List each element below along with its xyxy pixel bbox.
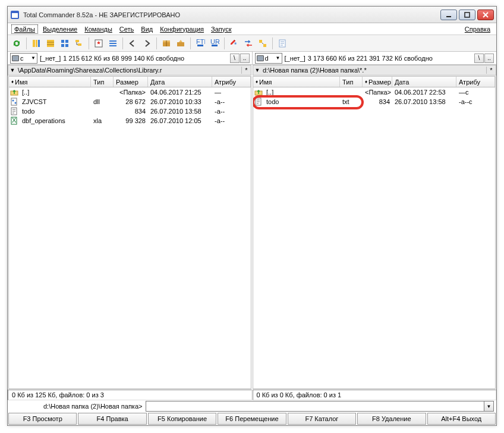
f4-edit-button[interactable]: F4 Правка — [78, 413, 146, 425]
f6-move-button[interactable]: F6 Перемещение — [218, 413, 286, 425]
folder-up-icon — [10, 88, 18, 96]
unpack-icon[interactable] — [174, 37, 187, 50]
left-root-button[interactable]: \ — [230, 54, 240, 63]
col-name[interactable]: ♦Имя — [253, 77, 340, 87]
col-date[interactable]: Дата — [148, 77, 212, 87]
right-favorites-icon[interactable]: * — [486, 67, 496, 74]
menu-net[interactable]: Сеть — [117, 25, 136, 33]
command-prompt: d:\Новая папка (2)\Новая папка> — [8, 403, 146, 410]
command-history-dropdown[interactable]: ▼ — [484, 401, 494, 412]
file-row[interactable]: todo 834 26.07.2010 13:58 -a-- — [9, 106, 251, 116]
view-brief-icon[interactable] — [30, 37, 43, 50]
parent-dir-row[interactable]: [..] <Папка> 04.06.2017 22:53 —c — [253, 87, 495, 97]
svg-rect-16 — [65, 44, 68, 47]
svg-text:URL: URL — [210, 39, 219, 45]
status-row: 0 Кб из 125 Кб, файлов: 0 из 3 0 Кб из 0… — [8, 390, 496, 400]
menu-config[interactable]: Конфигурация — [158, 25, 206, 33]
menu-view[interactable]: Вид — [138, 25, 155, 33]
f8-delete-button[interactable]: F8 Удаление — [357, 413, 426, 425]
right-drive-combo[interactable]: d▼ — [255, 53, 282, 64]
f7-mkdir-button[interactable]: F7 Каталог — [288, 413, 356, 425]
multi-rename-icon[interactable]: * — [228, 37, 241, 50]
svg-rect-20 — [109, 40, 116, 42]
notepad-icon[interactable] — [276, 37, 289, 50]
view-full-icon[interactable] — [44, 37, 57, 50]
right-file-list[interactable]: [..] <Папка> 04.06.2017 22:53 —c todo tx… — [253, 87, 495, 388]
f5-copy-button[interactable]: F5 Копирование — [148, 413, 216, 425]
svg-rect-10 — [47, 40, 54, 47]
view-thumbs-icon[interactable] — [58, 37, 71, 50]
left-free-space: 1 215 612 Кб из 68 999 140 Кб свободно — [63, 55, 184, 62]
right-path[interactable]: ▼ d:\Новая папка (2)\Новая папка\*.* * — [253, 65, 496, 76]
file-row[interactable]: X dbf_operations xla 99 328 26.07.2010 1… — [9, 116, 251, 125]
svg-rect-32 — [259, 40, 262, 43]
col-attr[interactable]: Атрибу — [212, 77, 251, 87]
svg-rect-15 — [61, 44, 64, 47]
col-ext[interactable]: Тип — [340, 77, 363, 87]
left-panel: ♦Имя Тип Размер Дата Атрибу [..] <Папка>… — [8, 76, 251, 389]
col-size[interactable]: Размер — [114, 77, 148, 87]
menubar: Файлы Выделение Команды Сеть Вид Конфигу… — [8, 23, 496, 35]
toolbar: FTP URL * — [8, 35, 496, 52]
menu-commands[interactable]: Команды — [82, 25, 115, 33]
disk-icon — [12, 55, 19, 61]
url-icon[interactable]: URL — [208, 37, 221, 50]
left-file-list[interactable]: [..] <Папка> 04.06.2017 21:25 — ZJVCST d… — [9, 87, 251, 388]
svg-rect-28 — [197, 45, 203, 46]
parent-dir-row[interactable]: [..] <Папка> 04.06.2017 21:25 — — [9, 87, 251, 97]
f3-view-button[interactable]: F3 Просмотр — [8, 413, 77, 425]
forward-icon[interactable] — [140, 37, 153, 50]
col-name[interactable]: ♦Имя — [9, 77, 91, 87]
command-input[interactable] — [146, 401, 484, 412]
right-column-header: ♦Имя Тип ♦Размер Дата Атрибу — [253, 77, 495, 87]
right-root-button[interactable]: \ — [474, 54, 484, 63]
history-dropdown-icon[interactable]: ▼ — [253, 67, 262, 73]
menu-files[interactable]: Файлы — [11, 24, 38, 34]
right-panel: ♦Имя Тип ♦Размер Дата Атрибу [..] <Папка… — [253, 76, 496, 389]
select-all-icon[interactable] — [106, 37, 119, 50]
search-icon[interactable] — [256, 37, 269, 50]
history-dropdown-icon[interactable]: ▼ — [8, 67, 17, 73]
pack-icon[interactable] — [160, 37, 173, 50]
right-up-button[interactable]: .. — [484, 54, 494, 63]
col-date[interactable]: Дата — [392, 77, 456, 87]
close-button[interactable] — [477, 10, 494, 20]
col-attr[interactable]: Атрибу — [456, 77, 495, 87]
right-drive-letter: d — [265, 55, 269, 62]
left-up-button[interactable]: .. — [240, 54, 250, 63]
right-status: 0 Кб из 0 Кб, файлов: 0 из 1 — [253, 390, 497, 400]
col-ext[interactable]: Тип — [91, 77, 114, 87]
sync-dirs-icon[interactable] — [242, 37, 255, 50]
view-tree-icon[interactable] — [73, 37, 86, 50]
menu-start[interactable]: Запуск — [209, 25, 234, 33]
menu-selection[interactable]: Выделение — [40, 25, 80, 33]
svg-rect-2 — [12, 12, 18, 13]
left-status: 0 Кб из 125 Кб, файлов: 0 из 3 — [8, 390, 252, 400]
menu-help[interactable]: Справка — [462, 25, 493, 33]
left-favorites-icon[interactable]: * — [241, 67, 251, 74]
left-drive-section: c▼ [_нет_] 1 215 612 Кб из 68 999 140 Кб… — [8, 52, 252, 64]
ftp-icon[interactable]: FTP — [194, 37, 207, 50]
svg-text:FTP: FTP — [196, 39, 205, 45]
txt-file-icon — [254, 98, 263, 106]
svg-rect-4 — [465, 12, 470, 17]
left-drive-combo[interactable]: c▼ — [10, 53, 37, 64]
left-none-label: [_нет_] — [40, 55, 61, 62]
minimize-button[interactable] — [440, 10, 457, 20]
right-path-text: d:\Новая папка (2)\Новая папка\*.* — [262, 67, 486, 74]
svg-rect-18 — [78, 43, 81, 46]
xla-file-icon: X — [10, 117, 18, 125]
path-bar: ▼ \AppData\Roaming\Shareaza\Collections\… — [8, 65, 496, 76]
svg-point-41 — [12, 100, 14, 102]
app-icon — [10, 10, 20, 20]
svg-point-42 — [15, 102, 17, 104]
invert-selection-icon[interactable] — [92, 37, 105, 50]
refresh-icon[interactable] — [10, 37, 23, 50]
altf4-exit-button[interactable]: Alt+F4 Выход — [427, 413, 496, 425]
back-icon[interactable] — [126, 37, 139, 50]
file-row[interactable]: ZJVCST dll 28 672 26.07.2010 10:33 -a-- — [9, 97, 251, 106]
maximize-button[interactable] — [459, 10, 475, 20]
file-row[interactable]: todo txt 834 26.07.2010 13:58 -a--c — [253, 97, 495, 106]
col-size[interactable]: ♦Размер — [363, 77, 392, 87]
left-path[interactable]: ▼ \AppData\Roaming\Shareaza\Collections\… — [8, 65, 251, 76]
